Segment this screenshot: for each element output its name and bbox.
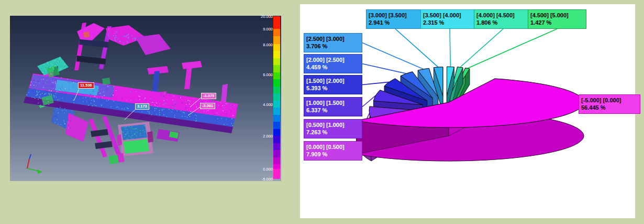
speckle-dot: [121, 39, 122, 40]
speckle-dot: [173, 105, 174, 106]
speckle-dot: [154, 108, 156, 109]
speckle-dot: [220, 102, 221, 103]
callout-pct: 6.337 %: [306, 106, 360, 114]
speckle-dot: [113, 93, 114, 94]
speckle-dot: [129, 137, 130, 138]
speckle-dot: [47, 84, 48, 86]
pie-callout-4.500-5.000[interactable]: [4.500] [5.000] 1.427 %: [528, 9, 586, 29]
speckle-dot: [149, 108, 150, 109]
speckle-dot: [124, 140, 125, 141]
speckle-dot: [228, 112, 229, 113]
deviation-annotation[interactable]: -3.001: [200, 103, 215, 109]
speckle-dot: [115, 37, 116, 38]
speckle-dot: [119, 35, 120, 36]
speckle-dot: [188, 100, 189, 101]
speckle-dot: [218, 115, 219, 116]
speckle-dot: [232, 122, 233, 123]
speckle-dot: [91, 103, 92, 104]
speckle-dot: [225, 103, 226, 104]
speckle-dot: [34, 80, 35, 81]
model-canvas[interactable]: [10, 16, 281, 181]
speckle-dot: [74, 83, 75, 84]
speckle-dot: [145, 99, 146, 100]
speckle-dot: [87, 95, 88, 97]
speckle-dot: [49, 94, 50, 95]
speckle-dot: [131, 93, 132, 94]
speckle-dot: [52, 82, 53, 83]
speckle-dot: [223, 108, 224, 109]
speckle-dot: [98, 99, 99, 100]
speckle-dot: [47, 72, 48, 73]
speckle-dot: [163, 96, 164, 97]
speckle-dot: [187, 117, 188, 118]
pie-callout--5.000-0.000[interactable]: [-5.000] [0.000] 56.445 %: [579, 94, 640, 114]
pie-callout-2.500-3.000[interactable]: [2.500] [3.000] 3.706 %: [304, 33, 362, 52]
speckle-dot: [130, 100, 131, 101]
pie-callout-0.000-0.500[interactable]: [0.000] [0.500] 7.909 %: [304, 141, 362, 161]
speckle-dot: [53, 93, 54, 94]
speckle-dot: [221, 121, 223, 122]
speckle-dot: [121, 103, 122, 104]
speckle-dot: [39, 91, 40, 92]
speckle-dot: [53, 88, 54, 89]
pie-callout-4.000-4.500[interactable]: [4.000] [4.500] 1.806 %: [474, 9, 532, 29]
speckle-dot: [68, 125, 69, 126]
speckle-dot: [175, 108, 176, 109]
speckle-dot: [131, 127, 132, 129]
speckle-dot: [26, 94, 27, 95]
speckle-dot: [85, 101, 86, 102]
speckle-dot: [132, 134, 134, 135]
speckle-dot: [38, 81, 39, 82]
speckle-dot: [185, 116, 186, 117]
pie-callout-2.000-2.500[interactable]: [2.000] [2.500] 4.459 %: [304, 54, 362, 73]
speckle-dot: [40, 90, 41, 91]
speckle-dot: [186, 110, 187, 111]
speckle-dot: [116, 40, 117, 41]
speckle-dot: [176, 104, 177, 105]
deviation-annotation[interactable]: 3.173: [135, 103, 149, 110]
pie-callout-3.000-3.500[interactable]: [3.000] [3.500] 2.941 %: [366, 9, 425, 29]
speckle-dot: [34, 97, 35, 98]
speckle-dot: [117, 39, 118, 40]
speckle-dot: [57, 59, 58, 60]
callout-range: [3.500] [4.000]: [423, 12, 476, 19]
speckle-dot: [121, 131, 123, 132]
speckle-dot: [186, 104, 187, 105]
pie-callout-0.500-1.000[interactable]: [0.500] [1.000] 7.263 %: [304, 119, 362, 138]
speckle-dot: [174, 117, 175, 118]
speckle-dot: [173, 106, 174, 107]
speckle-dot: [45, 78, 46, 79]
speckle-dot: [129, 126, 130, 127]
speckle-dot: [111, 37, 112, 38]
speckle-dot: [128, 39, 129, 40]
deviation-annotation[interactable]: 11.536: [78, 82, 94, 89]
speckle-dot: [159, 114, 160, 115]
colorbar-segment: [273, 115, 280, 122]
speckle-dot: [49, 104, 50, 105]
speckle-dot: [66, 110, 68, 111]
3d-viewer-panel[interactable]: 11.536 3.173 -3.075 -3.001 20.0009.0008.…: [10, 16, 281, 181]
pie-callout-1.500-2.000[interactable]: [1.500] [2.000] 5.393 %: [304, 75, 362, 94]
speckle-dot: [147, 102, 148, 103]
speckle-dot: [32, 78, 33, 79]
speckle-dot: [145, 37, 146, 38]
speckle-dot: [164, 103, 165, 104]
speckle-dot: [37, 91, 38, 92]
pie-callout-3.500-4.000[interactable]: [3.500] [4.000] 2.315 %: [420, 9, 479, 29]
deviation-annotation[interactable]: -3.075: [201, 93, 216, 99]
speckle-dot: [87, 94, 88, 95]
speckle-dot: [92, 90, 93, 91]
speckle-dot: [172, 109, 173, 110]
speckle-dot: [68, 120, 69, 121]
speckle-dot: [44, 94, 45, 95]
colorbar-segment: [273, 87, 280, 93]
speckle-dot: [54, 97, 55, 98]
speckle-dot: [51, 94, 52, 95]
speckle-dot: [159, 92, 160, 93]
speckle-dot: [121, 36, 123, 37]
speckle-dot: [144, 99, 145, 100]
pie-callout-1.000-1.500[interactable]: [1.000] [1.500] 6.337 %: [304, 97, 362, 116]
speckle-dot: [186, 102, 187, 103]
leader-line-4: [362, 43, 424, 69]
speckle-dot: [58, 124, 59, 125]
